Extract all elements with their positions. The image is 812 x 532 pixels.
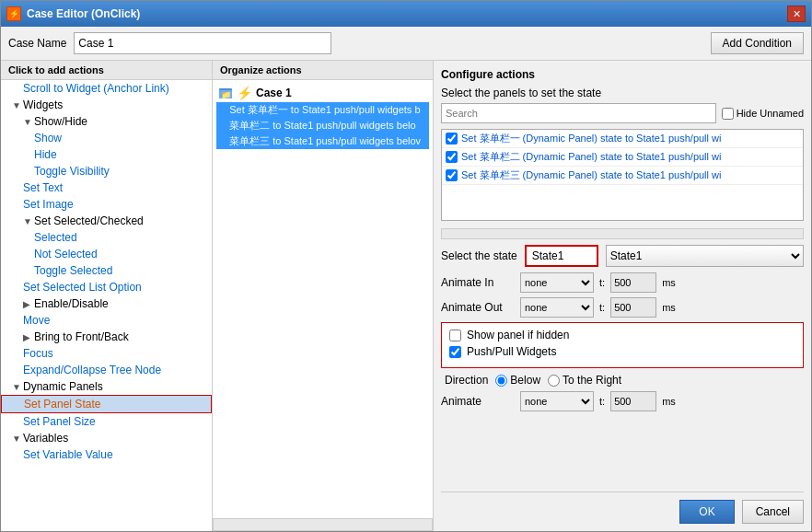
tree-item-widgets[interactable]: ▼ Widgets [1, 97, 212, 113]
direction-below-option[interactable]: Below [495, 374, 540, 387]
animate-in-label: Animate In [441, 276, 515, 289]
search-bar: Hide Unnamed [441, 103, 804, 123]
tree-item-toggle-selected[interactable]: Toggle Selected [1, 262, 212, 279]
tree-item-set-panel-state[interactable]: Set Panel State [1, 395, 212, 413]
bottom-buttons: OK Cancel [441, 492, 804, 524]
panel-checkbox-1[interactable] [446, 133, 458, 145]
tree-item-set-list-option[interactable]: Set Selected List Option [1, 279, 212, 295]
animate-out-label: Animate Out [441, 301, 515, 314]
direction-label: Direction [445, 374, 488, 387]
middle-panel: Organize actions 📁 ⚡ Case 1 Set 菜单栏一 to [213, 61, 434, 531]
tree-item-set-selected[interactable]: ▼ Set Selected/Checked [1, 213, 212, 229]
animate-out-row: Animate Out none t: ms [441, 297, 804, 318]
tree-item-toggle-visibility[interactable]: Toggle Visibility [1, 163, 212, 179]
direction-right-radio[interactable] [548, 375, 560, 387]
t-out-label: t: [599, 302, 605, 313]
animate-dir-label: Animate [441, 395, 515, 408]
tree-item-set-variable-value[interactable]: Set Variable Value [1, 446, 212, 463]
tree-item-dynamic-panels[interactable]: ▼ Dynamic Panels [1, 378, 212, 395]
tree-item-scroll-anchor[interactable]: Scroll to Widget (Anchor Link) [1, 80, 212, 97]
close-button[interactable]: ✕ [787, 6, 806, 22]
panel-row-1[interactable]: Set 菜单栏一 (Dynamic Panel) state to State1… [442, 130, 803, 148]
tree-item-variables[interactable]: ▼ Variables [1, 430, 212, 446]
organize-action-3[interactable]: 菜单栏三 to State1 push/pull widgets belov [216, 133, 429, 149]
left-panel: Click to add actions Scroll to Widget (A… [1, 61, 213, 531]
search-input[interactable] [441, 103, 716, 123]
show-panel-label: Show panel if hidden [467, 329, 569, 341]
ms-in-label: ms [662, 277, 676, 288]
middle-horizontal-scrollbar[interactable] [213, 518, 433, 531]
tree-item-expand-collapse[interactable]: Expand/Collapse Tree Node [1, 362, 212, 378]
config-header: Configure actions [441, 68, 804, 81]
animate-dir-dropdown[interactable]: none [520, 391, 594, 411]
title-bar: ⚡ Case Editor (OnClick) ✕ [1, 1, 811, 27]
panel-checkbox-2[interactable] [446, 151, 458, 163]
push-pull-row[interactable]: Push/Pull Widgets [449, 345, 795, 358]
tree-item-set-text[interactable]: Set Text [1, 179, 212, 196]
case-folder-icon: 📁 [218, 86, 233, 100]
right-panel: Configure actions Select the panels to s… [434, 61, 811, 531]
tree-item-bring-front-back[interactable]: ▶ Bring to Front/Back [1, 329, 212, 345]
cancel-button[interactable]: Cancel [742, 500, 804, 524]
main-content: Click to add actions Scroll to Widget (A… [1, 61, 811, 531]
direction-right-label: To the Right [563, 374, 621, 387]
push-pull-checkbox[interactable] [449, 346, 461, 358]
panel-text-2: Set 菜单栏二 (Dynamic Panel) state to State1… [461, 150, 721, 164]
direction-below-label: Below [510, 374, 540, 387]
tree-item-move[interactable]: Move [1, 312, 212, 329]
direction-right-option[interactable]: To the Right [548, 374, 621, 387]
panel-checkbox-3[interactable] [446, 169, 458, 181]
checkbox-section: Show panel if hidden Push/Pull Widgets [441, 322, 804, 368]
direction-below-radio[interactable] [495, 375, 507, 387]
tree-item-show[interactable]: Show [1, 130, 212, 146]
left-panel-header: Click to add actions [1, 61, 212, 80]
organize-action-2[interactable]: 菜单栏二 to State1 push/pull widgets belo [216, 118, 429, 133]
toolbar: Case Name Add Condition [1, 27, 811, 61]
state-value-input[interactable] [525, 245, 598, 267]
panel-row-2[interactable]: Set 菜单栏二 (Dynamic Panel) state to State1… [442, 148, 803, 167]
t-dir-label: t: [599, 396, 605, 407]
hide-unnamed-label[interactable]: Hide Unnamed [722, 108, 804, 120]
show-panel-checkbox[interactable] [449, 330, 461, 341]
hide-unnamed-checkbox[interactable] [722, 108, 734, 120]
tree-item-focus[interactable]: Focus [1, 345, 212, 362]
tree-item-hide[interactable]: Hide [1, 146, 212, 163]
tree-item-set-panel-size[interactable]: Set Panel Size [1, 413, 212, 430]
panels-list-header: Select the panels to set the state [441, 87, 804, 99]
tree-item-show-hide[interactable]: ▼ Show/Hide [1, 113, 212, 130]
push-pull-label: Push/Pull Widgets [467, 345, 556, 358]
tree-item-selected[interactable]: Selected [1, 229, 212, 246]
tree-item-not-selected[interactable]: Not Selected [1, 246, 212, 262]
show-panel-row[interactable]: Show panel if hidden [449, 329, 795, 341]
animate-out-dropdown[interactable]: none [520, 297, 594, 318]
animate-in-dropdown[interactable]: none [520, 272, 594, 293]
add-condition-button[interactable]: Add Condition [711, 32, 804, 54]
panels-horizontal-scrollbar[interactable] [441, 228, 804, 239]
t-in-label: t: [599, 277, 605, 288]
case-header: 📁 ⚡ Case 1 [216, 84, 429, 102]
animate-in-row: Animate In none t: ms [441, 272, 804, 293]
panel-text-1: Set 菜单栏一 (Dynamic Panel) state to State1… [461, 132, 721, 145]
organize-action-1[interactable]: Set 菜单栏一 to State1 push/pull widgets b [216, 102, 429, 118]
organize-list: 📁 ⚡ Case 1 Set 菜单栏一 to State1 push/pull … [213, 80, 433, 516]
tree-item-set-image[interactable]: Set Image [1, 196, 212, 213]
state-dropdown[interactable]: State1 [606, 245, 804, 267]
window-title: Case Editor (OnClick) [27, 7, 782, 20]
t-in-input[interactable] [610, 272, 656, 293]
ms-dir-label: ms [662, 396, 676, 407]
svg-text:📁: 📁 [221, 89, 232, 100]
t-out-input[interactable] [610, 297, 656, 318]
actions-tree: Scroll to Widget (Anchor Link) ▼ Widgets… [1, 80, 212, 531]
case-editor-window: ⚡ Case Editor (OnClick) ✕ Case Name Add … [0, 0, 812, 532]
ok-button[interactable]: OK [679, 500, 734, 524]
panels-list: Set 菜单栏一 (Dynamic Panel) state to State1… [441, 129, 804, 221]
animate-dir-row: Animate none t: ms [441, 391, 804, 411]
lightning-icon: ⚡ [237, 86, 252, 100]
t-dir-input[interactable] [610, 391, 656, 411]
case-name-input[interactable] [74, 32, 331, 54]
select-state-label: Select the state [441, 249, 517, 262]
tree-item-enable-disable[interactable]: ▶ Enable/Disable [1, 295, 212, 312]
panel-text-3: Set 菜单栏三 (Dynamic Panel) state to State1… [461, 168, 721, 182]
panel-row-3[interactable]: Set 菜单栏三 (Dynamic Panel) state to State1… [442, 167, 803, 185]
ms-out-label: ms [662, 302, 676, 313]
